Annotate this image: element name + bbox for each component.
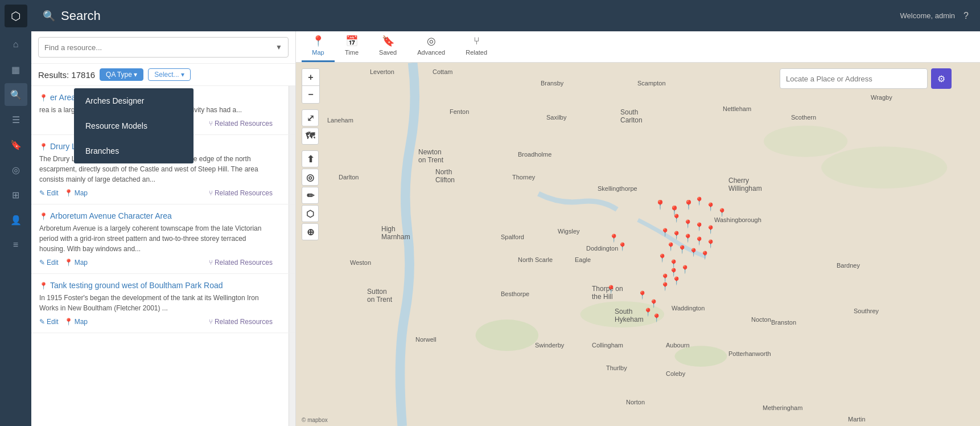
resource-actions: ✎ Edit 📍 Map ⑂ Related Resources xyxy=(39,259,273,267)
pin-icon: 📍 xyxy=(39,143,48,151)
resource-item: 📍 Tank testing ground west of Boultham P… xyxy=(31,274,295,333)
dropdown-item-resource-models[interactable]: Resource Models xyxy=(74,113,193,138)
map-pin-icon: 📍 xyxy=(64,189,73,197)
saved-tab-icon: 🔖 xyxy=(382,35,394,47)
fork-icon: ⑂ xyxy=(209,259,213,267)
zoom-in-button[interactable]: + xyxy=(302,69,319,86)
map-controls: + − ⤢ 🗺 ⬆ ◎ ✏ ⬡ ⊕ xyxy=(302,68,320,240)
svg-point-2 xyxy=(580,301,664,327)
zoom-controls: + − xyxy=(302,68,320,104)
resource-description: Arboretum Avenue is a largely coherent t… xyxy=(39,223,273,254)
map-container[interactable]: Leverton Cottam Bransby Scampton Laneham… xyxy=(296,63,980,426)
locate-button[interactable]: ◎ xyxy=(302,169,319,186)
map-pin-icon: 📍 xyxy=(64,259,73,267)
sidebar-search[interactable]: 🔍 xyxy=(5,83,27,106)
settings-icon: ⚙ xyxy=(937,73,945,84)
logo-icon: ⬡ xyxy=(11,9,20,23)
resource-actions: ✎ Edit 📍 Map ⑂ Related Resources xyxy=(39,189,273,197)
tab-map[interactable]: 📍 Map xyxy=(302,30,335,62)
time-tab-icon: 📅 xyxy=(345,35,358,47)
locate-bar: ⚙ xyxy=(780,68,952,89)
resource-item: 📍 Arboretum Avenue Character Area Arbore… xyxy=(31,204,295,274)
map-link[interactable]: 📍 Map xyxy=(64,318,88,326)
sidebar-grid[interactable]: ⊞ xyxy=(5,183,27,206)
fullscreen-button[interactable]: ⤢ xyxy=(302,109,319,126)
results-count: Results: 17816 xyxy=(38,70,95,80)
map-link[interactable]: 📍 Map xyxy=(64,259,88,267)
resource-title: 📍 Tank testing ground west of Boultham P… xyxy=(39,281,273,290)
edit-icon: ✎ xyxy=(39,318,45,326)
select-filter[interactable]: Select... ▾ xyxy=(148,68,191,81)
sidebar: ⬡ ⌂ ▦ 🔍 ☰ 🔖 ◎ ⊞ 👤 ≡ xyxy=(0,0,31,426)
related-tab-icon: ⑂ xyxy=(473,35,480,47)
edit-link[interactable]: ✎ Edit xyxy=(39,259,59,267)
related-resources-link[interactable]: ⑂ Related Resources xyxy=(209,189,273,197)
edit-icon: ✎ xyxy=(39,189,45,197)
sidebar-user[interactable]: 👤 xyxy=(5,208,27,231)
tab-saved[interactable]: 🔖 Saved xyxy=(369,30,407,62)
related-resources-link[interactable]: ⑂ Related Resources xyxy=(209,259,273,267)
svg-point-3 xyxy=(674,346,727,367)
pin-icon: 📍 xyxy=(39,282,48,290)
qa-type-filter[interactable]: QA Type ▾ xyxy=(100,68,143,81)
sidebar-dashboard[interactable]: ▦ xyxy=(5,58,27,81)
map-toolbar: 📍 Map 📅 Time 🔖 Saved ◎ Advanced ⑂ Relate… xyxy=(296,31,980,63)
map-attribution: © mapbox xyxy=(302,417,328,423)
main-content: ▼ Results: 17816 QA Type ▾ Select... ▾ 📍… xyxy=(31,31,980,426)
fork-icon: ⑂ xyxy=(209,318,213,326)
results-header: Results: 17816 QA Type ▾ Select... ▾ xyxy=(31,64,295,86)
svg-point-4 xyxy=(821,146,947,189)
map-background xyxy=(296,63,980,426)
related-resources-link[interactable]: ⑂ Related Resources xyxy=(209,120,273,128)
search-input-wrap[interactable]: ▼ xyxy=(38,37,289,58)
polygon-button[interactable]: ⬡ xyxy=(302,205,319,222)
dropdown-menu: Arches Designer Resource Models Branches xyxy=(74,88,193,163)
dropdown-item-arches-designer[interactable]: Arches Designer xyxy=(74,88,193,113)
app-header: 🔍 Search Welcome, admin ? xyxy=(31,0,980,31)
tab-time[interactable]: 📅 Time xyxy=(335,30,369,62)
search-dropdown-arrow[interactable]: ▼ xyxy=(275,43,282,51)
zoom-out-button[interactable]: − xyxy=(302,86,319,103)
sidebar-globe[interactable]: ◎ xyxy=(5,158,27,181)
map-pin-icon: 📍 xyxy=(64,318,73,326)
fork-icon: ⑂ xyxy=(209,120,213,128)
search-input[interactable] xyxy=(44,43,275,52)
sidebar-home[interactable]: ⌂ xyxy=(5,33,27,56)
sidebar-list[interactable]: ☰ xyxy=(5,108,27,131)
tab-related[interactable]: ⑂ Related xyxy=(455,31,497,62)
search-bar: ▼ xyxy=(31,31,295,64)
map-tab-icon: 📍 xyxy=(312,35,324,47)
help-icon[interactable]: ? xyxy=(963,11,969,21)
edit-link[interactable]: ✎ Edit xyxy=(39,189,59,197)
header-search-icon: 🔍 xyxy=(43,10,55,22)
layers-button[interactable]: 🗺 xyxy=(302,128,319,145)
fork-icon: ⑂ xyxy=(209,189,213,197)
zoom-fit-button[interactable]: ⊕ xyxy=(302,223,319,240)
edit-icon: ✎ xyxy=(39,259,45,267)
sidebar-lines[interactable]: ≡ xyxy=(5,234,27,256)
sidebar-bookmark[interactable]: 🔖 xyxy=(5,133,27,156)
welcome-text: Welcome, admin xyxy=(900,11,956,20)
north-button[interactable]: ⬆ xyxy=(302,150,319,167)
locate-settings-button[interactable]: ⚙ xyxy=(931,68,952,89)
app-logo: ⬡ xyxy=(5,5,27,27)
tab-advanced[interactable]: ◎ Advanced xyxy=(407,30,455,62)
map-link[interactable]: 📍 Map xyxy=(64,189,88,197)
draw-button[interactable]: ✏ xyxy=(302,187,319,204)
resource-title: 📍 Arboretum Avenue Character Area xyxy=(39,211,273,220)
resource-description: In 1915 Foster's began the development o… xyxy=(39,293,273,313)
edit-link[interactable]: ✎ Edit xyxy=(39,318,59,326)
pin-icon: 📍 xyxy=(39,94,48,102)
resource-actions: ✎ Edit 📍 Map ⑂ Related Resources xyxy=(39,318,273,326)
svg-point-5 xyxy=(764,125,847,157)
page-title: Search xyxy=(61,9,101,23)
dropdown-item-branches[interactable]: Branches xyxy=(74,138,193,163)
svg-point-1 xyxy=(476,319,538,351)
advanced-tab-icon: ◎ xyxy=(427,35,436,47)
locate-input[interactable] xyxy=(780,68,928,89)
pin-icon: 📍 xyxy=(39,212,48,220)
related-resources-link[interactable]: ⑂ Related Resources xyxy=(209,318,273,326)
